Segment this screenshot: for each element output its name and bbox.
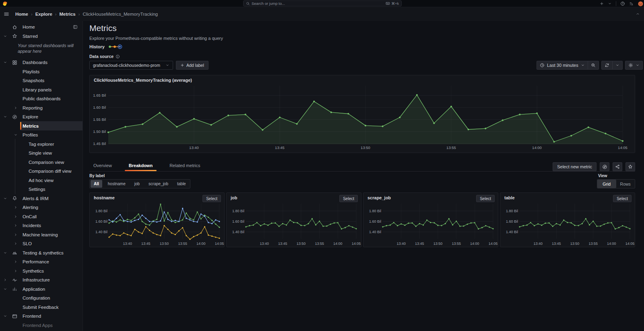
refresh-button[interactable] (602, 61, 612, 69)
time-range-button[interactable]: Last 30 minutes (537, 61, 588, 69)
sidebar-item-ad-hoc-view[interactable]: Ad hoc view (0, 176, 83, 185)
add-new-icon[interactable] (600, 2, 604, 6)
sidebar-item-label: SLO (23, 241, 32, 246)
history-stepper[interactable] (108, 44, 123, 50)
select-new-metric-button[interactable]: Select new metric (553, 162, 597, 171)
sidebar-item-submit-feedback[interactable]: Submit Feedback (0, 302, 83, 312)
chevron-right-icon[interactable] (14, 260, 18, 264)
explore-button[interactable] (600, 162, 609, 171)
share-button[interactable] (613, 162, 622, 171)
sidebar-item-snapshots[interactable]: Snapshots (0, 76, 83, 85)
tab-related-metrics[interactable]: Related metrics (165, 161, 204, 171)
info-icon[interactable] (116, 54, 120, 59)
panel-chart[interactable]: 1.40 Bil1.60 Bil1.80 Bil13:4013:4513:501… (227, 193, 362, 249)
chevron-right-icon[interactable] (14, 215, 18, 219)
chevron-right-icon[interactable] (14, 223, 18, 228)
chevron-right-icon[interactable] (14, 205, 18, 209)
add-chevron-down-icon[interactable] (608, 2, 612, 6)
label-chip-all[interactable]: All (91, 180, 102, 188)
sidebar-item-frontend-apps[interactable]: Frontend Apps (0, 321, 83, 330)
chevron-right-icon[interactable] (14, 242, 18, 246)
refresh-interval-button[interactable] (612, 61, 622, 69)
chevron-right-icon[interactable] (3, 278, 7, 282)
breadcrumb-home[interactable]: Home (15, 12, 28, 17)
sidebar-item-metrics[interactable]: Metrics (0, 121, 83, 130)
tab-breakdown[interactable]: Breakdown (125, 161, 157, 171)
label-chip-scrape-job[interactable]: scrape_job (145, 180, 171, 188)
chevron-right-icon[interactable] (14, 106, 18, 110)
sidebar-item-comparison-diff-view[interactable]: Comparison diff view (0, 167, 83, 176)
breadcrumb-metrics[interactable]: Metrics (59, 12, 75, 17)
panel-chart[interactable]: 1.40 Bil1.60 Bil1.80 Bil13:4013:4513:501… (90, 193, 225, 249)
zoom-out-button[interactable] (588, 61, 599, 69)
tab-overview[interactable]: Overview (89, 161, 116, 171)
label-chip-table[interactable]: table (174, 180, 189, 188)
main-chart[interactable]: 1.45 Bil1.50 Bil1.55 Bil1.60 Bil1.65 Bil… (90, 75, 635, 155)
svg-text:1.40 Bil: 1.40 Bil (369, 230, 381, 234)
help-icon[interactable] (620, 1, 625, 6)
svg-text:1.80 Bil: 1.80 Bil (232, 209, 244, 213)
breadcrumb-explore[interactable]: Explore (35, 12, 52, 17)
view-grid-option[interactable]: Grid (597, 180, 616, 188)
sidebar-item-reporting[interactable]: Reporting (0, 103, 83, 112)
chevron-right-icon[interactable] (14, 233, 18, 237)
settings-button[interactable] (625, 61, 642, 69)
chevron-down-icon[interactable] (14, 133, 18, 137)
sidebar-item-settings[interactable]: Settings (0, 185, 83, 194)
chevron-right-icon[interactable] (14, 269, 18, 273)
avatar[interactable] (638, 1, 643, 6)
sidebar-item-profiles[interactable]: Profiles (0, 130, 83, 140)
sidebar-item-application[interactable]: Application (0, 284, 83, 294)
sidebar-item-oncall[interactable]: OnCall (0, 212, 83, 221)
sidebar-item-infrastructure[interactable]: Infrastructure (0, 275, 83, 285)
chevron-down-icon[interactable] (3, 287, 7, 291)
label-chip-hostname[interactable]: hostname (105, 180, 129, 188)
add-label-button[interactable]: Add label (176, 61, 208, 70)
panel-chart[interactable]: 1.40 Bil1.60 Bil1.80 Bil13:4013:4513:501… (363, 193, 499, 249)
sidebar-item-performance[interactable]: Performance (0, 257, 83, 267)
sidebar-item-alerts-irm[interactable]: Alerts & IRM (0, 194, 83, 203)
sidebar-item-home[interactable]: Home (0, 23, 83, 32)
datasource-label: Data source (89, 54, 114, 59)
sidebar-item-incidents[interactable]: Incidents (0, 221, 83, 230)
panel-chart[interactable]: 1.40 Bil1.60 Bil1.80 Bil13:4013:4513:501… (500, 193, 636, 249)
search-input[interactable]: Search or jump to... ⌘+k (243, 0, 402, 6)
view-rows-option[interactable]: Rows (616, 180, 635, 188)
chevron-down-icon[interactable] (3, 197, 7, 201)
menu-toggle-icon[interactable] (4, 11, 9, 17)
chevron-down-icon (615, 63, 619, 67)
label-chip-job[interactable]: job (131, 180, 143, 188)
sidebar-item-tag-explorer[interactable]: Tag explorer (0, 139, 83, 149)
sidebar-item-starred[interactable]: Starred (0, 31, 83, 41)
grafana-logo[interactable] (2, 1, 8, 6)
sidebar-item-public-dashboards[interactable]: Public dashboards (0, 94, 83, 103)
svg-text:14:00: 14:00 (333, 242, 343, 246)
sidebar-item-alerting[interactable]: Alerting (0, 203, 83, 212)
sidebar-item-frontend[interactable]: Frontend (0, 312, 83, 321)
chevron-up-icon[interactable] (636, 12, 640, 16)
sidebar-item-configuration[interactable]: Configuration (0, 294, 83, 303)
sidebar-item-label: Testing & synthetics (23, 250, 64, 255)
svg-text:1.60 Bil: 1.60 Bil (506, 219, 518, 223)
datasource-select[interactable]: grafanacloud-clickhousedemo-prom (89, 61, 173, 70)
sidebar-item-synthetics[interactable]: Synthetics (0, 266, 83, 275)
sidebar-item-slo[interactable]: SLO (0, 239, 83, 248)
main-content: Metrics Explore your Prometheus-compatib… (83, 21, 644, 331)
sidebar-item-playlists[interactable]: Playlists (0, 67, 83, 76)
chevron-down-icon[interactable] (3, 60, 7, 64)
chevron-down-icon[interactable] (3, 34, 7, 38)
sidebar-item-machine-learning[interactable]: Machine learning (0, 230, 83, 239)
sidebar-item-explore[interactable]: Explore (0, 112, 83, 122)
chevron-down-icon[interactable] (3, 314, 7, 318)
bookmark-button[interactable] (625, 162, 635, 171)
chevron-down-icon[interactable] (3, 115, 7, 119)
sidebar-item-comparison-view[interactable]: Comparison view (0, 157, 83, 167)
sidebar-item-dashboards[interactable]: Dashboards (0, 58, 83, 67)
news-icon[interactable] (629, 1, 634, 6)
dock-menu-icon[interactable] (73, 25, 78, 29)
sidebar-item-library-panels[interactable]: Library panels (0, 85, 83, 94)
svg-text:13:45: 13:45 (275, 145, 285, 150)
sidebar-item-single-view[interactable]: Single view (0, 149, 83, 158)
chevron-down-icon[interactable] (3, 251, 7, 255)
sidebar-item-testing-synthetics[interactable]: Testing & synthetics (0, 248, 83, 257)
